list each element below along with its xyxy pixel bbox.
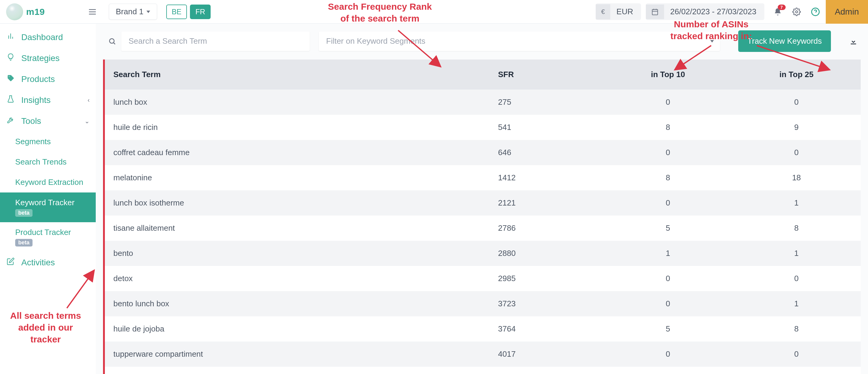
marketplace-group: BE FR [166, 5, 211, 19]
marketplace-fr[interactable]: FR [190, 5, 211, 19]
cell-sfr: 2121 [468, 190, 604, 215]
table-row[interactable]: lunch box27500 [105, 90, 861, 115]
cell-top25: 0 [732, 140, 861, 165]
notifications-icon[interactable]: 7 [769, 3, 786, 20]
cell-top25: 2 [732, 367, 861, 374]
col-search-term[interactable]: Search Term [105, 60, 468, 90]
sidebar-item-label: Keyword Tracker [15, 198, 74, 207]
table-row[interactable]: melatonine1412818 [105, 165, 861, 190]
cell-top25: 0 [732, 342, 861, 367]
beta-badge: beta [15, 209, 33, 217]
sidebar-item-label: Segments [15, 137, 51, 146]
cell-sfr: 2786 [468, 215, 604, 241]
sidebar-item-label: Keyword Extraction [15, 178, 83, 187]
keyword-table-wrap: Search Term SFR in Top 10 in Top 25 lunc… [103, 60, 861, 374]
cell-top10: 2 [603, 367, 732, 374]
table-row[interactable]: allaitement415922 [105, 367, 861, 374]
chevron-left-icon: ‹ [88, 97, 90, 104]
cell-top25: 1 [732, 190, 861, 215]
sidebar-item-segments[interactable]: Segments [0, 131, 96, 152]
table-row[interactable]: coffret cadeau femme64600 [105, 140, 861, 165]
cell-sfr: 4017 [468, 342, 604, 367]
svg-line-15 [114, 43, 115, 44]
cell-term: lunch box [105, 90, 468, 115]
currency-selector[interactable]: € EUR [596, 3, 641, 20]
sidebar-item-search-trends[interactable]: Search Trends [0, 152, 96, 172]
logo-icon [6, 3, 23, 20]
sidebar-item-keyword-tracker[interactable]: Keyword Tracker beta [0, 193, 96, 222]
cell-term: lunch box isotherme [105, 190, 468, 215]
table-header-row: Search Term SFR in Top 10 in Top 25 [105, 60, 861, 90]
table-row[interactable]: detox298500 [105, 266, 861, 291]
cell-top25: 9 [732, 115, 861, 140]
currency-icon: € [596, 4, 610, 20]
table-row[interactable]: bento288011 [105, 241, 861, 266]
table-row[interactable]: tupperware compartiment401700 [105, 342, 861, 367]
cell-top25: 8 [732, 215, 861, 241]
sidebar-item-product-tracker[interactable]: Product Tracker beta [0, 222, 96, 252]
currency-code: EUR [610, 3, 641, 20]
main-content: Track New Keywords Search Term SFR in To… [96, 24, 868, 374]
col-top25[interactable]: in Top 25 [732, 60, 861, 90]
menu-toggle-icon[interactable] [85, 7, 100, 16]
cell-term: bento [105, 241, 468, 266]
sidebar: Dashboard Strategies Products Insights ‹ [0, 24, 96, 374]
sidebar-item-strategies[interactable]: Strategies [0, 48, 96, 69]
sidebar-item-label: Products [21, 74, 55, 84]
table-row[interactable]: bento lunch box372301 [105, 291, 861, 316]
logo-area: m19 [0, 3, 85, 20]
cell-term: tisane allaitement [105, 215, 468, 241]
cell-top10: 1 [603, 241, 732, 266]
sidebar-item-dashboard[interactable]: Dashboard [0, 27, 96, 48]
keyword-table: Search Term SFR in Top 10 in Top 25 lunc… [105, 60, 861, 374]
cell-sfr: 1412 [468, 165, 604, 190]
cell-sfr: 3764 [468, 316, 604, 342]
search-input[interactable] [121, 32, 310, 51]
cell-term: coffret cadeau femme [105, 140, 468, 165]
settings-icon[interactable] [788, 3, 805, 20]
chevron-down-icon: ⌄ [85, 117, 90, 125]
cell-term: tupperware compartiment [105, 342, 468, 367]
cell-top25: 1 [732, 291, 861, 316]
beta-badge: beta [15, 239, 33, 246]
controls-row: Track New Keywords [103, 30, 861, 52]
cell-term: huile de jojoba [105, 316, 468, 342]
logo-text: m19 [26, 7, 45, 17]
table-row[interactable]: huile de jojoba376458 [105, 316, 861, 342]
cell-top25: 0 [732, 266, 861, 291]
cell-sfr: 541 [468, 115, 604, 140]
cell-top10: 8 [603, 165, 732, 190]
cell-top10: 0 [603, 342, 732, 367]
sidebar-item-products[interactable]: Products [0, 69, 96, 90]
sidebar-item-label: Insights [21, 95, 51, 105]
sidebar-item-insights[interactable]: Insights ‹ [0, 90, 96, 110]
filter-wrapper [319, 32, 720, 51]
cell-top25: 18 [732, 165, 861, 190]
table-row[interactable]: lunch box isotherme212101 [105, 190, 861, 215]
col-sfr[interactable]: SFR [468, 60, 604, 90]
marketplace-be[interactable]: BE [166, 5, 187, 19]
track-new-keywords-button[interactable]: Track New Keywords [738, 30, 831, 52]
brand-selector[interactable]: Brand 1 [109, 4, 157, 20]
cell-term: huile de ricin [105, 115, 468, 140]
col-top10[interactable]: in Top 10 [603, 60, 732, 90]
sidebar-item-label: Strategies [21, 54, 60, 63]
search-group [103, 32, 310, 51]
caret-down-icon [710, 40, 714, 42]
cell-top25: 1 [732, 241, 861, 266]
admin-button[interactable]: Admin [826, 0, 868, 24]
sidebar-item-label: Tools [21, 116, 41, 126]
cell-sfr: 3723 [468, 291, 604, 316]
sidebar-item-tools[interactable]: Tools ⌄ [0, 110, 96, 131]
date-range-text: 26/02/2023 - 27/03/2023 [664, 3, 764, 20]
filter-input[interactable] [319, 32, 720, 51]
sidebar-item-activities[interactable]: Activities [0, 252, 96, 273]
cell-sfr: 2985 [468, 266, 604, 291]
date-range-selector[interactable]: 26/02/2023 - 27/03/2023 [646, 3, 764, 20]
download-icon[interactable] [846, 34, 861, 48]
topbar: m19 Brand 1 BE FR € EUR 26/02/2023 - 27/… [0, 0, 868, 24]
help-icon[interactable] [807, 3, 824, 20]
sidebar-item-keyword-extraction[interactable]: Keyword Extraction [0, 172, 96, 193]
table-row[interactable]: tisane allaitement278658 [105, 215, 861, 241]
table-row[interactable]: huile de ricin54189 [105, 115, 861, 140]
